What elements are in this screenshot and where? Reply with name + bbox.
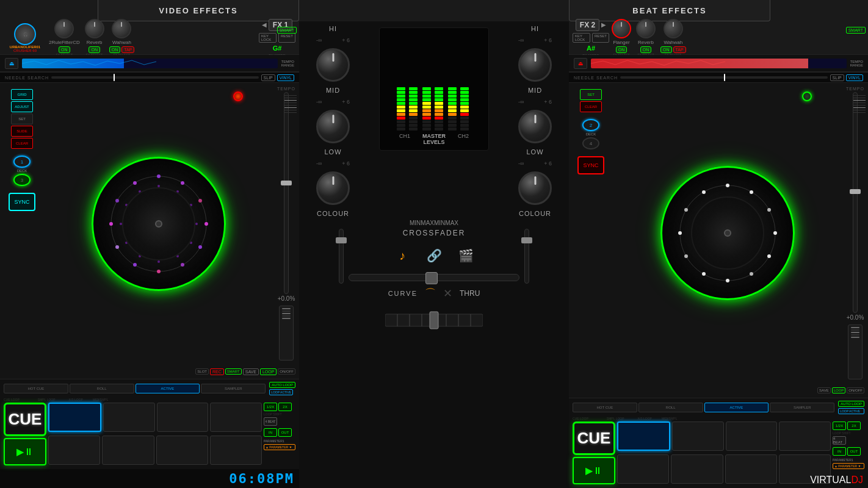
slip-btn-right[interactable]: SLIP [830,74,844,81]
in-btn-right[interactable]: IN [833,447,846,456]
low-knob-right[interactable] [518,171,552,205]
sync-btn-right[interactable]: SYNC [577,156,604,174]
fx-on-btn-0[interactable]: ON [59,46,70,53]
pad-r1-2[interactable] [672,422,724,451]
fx-on-btn-r1[interactable]: ON [640,46,652,53]
deck-btn-r2[interactable]: 2 [582,119,599,131]
out-btn-right[interactable]: OUT [847,447,861,456]
slide-btn-left[interactable]: SLIDE [11,126,33,137]
deck-btn-3[interactable]: 3 [13,174,31,186]
hot-cue-btn[interactable]: HOT CUE [4,384,68,393]
key-lock-right[interactable]: KEY LOCK [573,33,590,43]
pad-r1-3[interactable] [726,422,778,451]
fx-on-btn-r2[interactable]: ON [660,46,672,53]
fx-on-btn-2[interactable]: ON [109,46,121,53]
fx-on-btn-1[interactable]: ON [89,46,100,53]
sampler-btn-r[interactable]: SAMPLER [770,403,834,412]
low-knob-left[interactable] [316,171,350,205]
smart-btn-left[interactable]: SMART [225,368,242,375]
pad-r2-2[interactable] [671,454,723,484]
roll-btn-r[interactable]: ROLL [638,403,703,412]
vinyl-btn-right[interactable]: VINYL [846,74,863,81]
cue-button-left[interactable]: CUE [4,403,46,436]
play-button-left[interactable]: ▶⏸ [4,438,46,465]
knob-wahwah[interactable] [112,19,131,38]
pad-1-1[interactable] [48,403,101,432]
in-btn-left[interactable]: IN [264,428,277,437]
slip-btn-left[interactable]: SLIP [261,74,275,81]
grid-btn-left[interactable]: GRID [11,89,33,100]
auto-loop-btn[interactable]: AUTO LOOP [269,382,295,388]
pad-1-4[interactable] [210,403,262,432]
pad-1-2[interactable] [103,403,155,432]
pad-r1-4[interactable] [779,422,831,451]
turntable-left[interactable] [92,157,226,291]
fader-track-ch1[interactable] [339,229,344,284]
sync-btn-left[interactable]: SYNC [9,193,35,211]
out-btn-left[interactable]: OUT [278,428,292,437]
clear-btn-left[interactable]: CLEAR [11,138,33,149]
hi-knob-left[interactable] [316,48,350,82]
hi-knob-right[interactable] [518,48,552,82]
fader-track-ch2[interactable] [524,229,529,284]
curve-btn-x[interactable]: ✕ [443,287,452,300]
pad-1-3[interactable] [157,403,209,432]
curve-btn-arc[interactable]: ⌒ [425,286,436,301]
auto-loop-btn-r[interactable]: AUTO LOOP [838,401,864,407]
save-btn-left[interactable]: SAVE [243,368,259,375]
needle-bar-left[interactable] [51,76,258,79]
play-button-right[interactable]: ▶⏸ [573,457,615,484]
clear-btn-right[interactable]: CLEAR [580,101,602,112]
onoff-btn-left[interactable]: ON/OFF [278,368,295,375]
rec-btn-left[interactable]: REC [210,368,224,375]
loop-active-btn[interactable]: LOOP ACTIVE [269,389,293,395]
track-btn-left[interactable]: ⏏ [5,58,18,69]
waveform-left[interactable] [22,59,278,68]
parameter-btn-left[interactable]: ▲ PARAMETER ▼ [264,444,295,450]
knob-reverb-r[interactable] [636,19,656,38]
waveform-right[interactable] [591,59,847,68]
tap-btn-right[interactable]: TAP [673,46,686,53]
tempo-slider-right[interactable] [853,92,858,313]
cue-button-right[interactable]: CUE [573,422,615,455]
double-btn-left[interactable]: 2X [278,403,292,411]
fx-badge-right[interactable]: FX 2 [576,19,599,31]
needle-bar-right[interactable] [620,76,827,79]
onoff-btn-right[interactable]: ON/OFF [847,387,864,393]
knob-wahwah-r[interactable] [664,19,683,38]
knob-reverb[interactable] [85,19,104,38]
pad-2-4[interactable] [210,436,262,465]
pad-2-2[interactable] [102,436,154,465]
roll-btn[interactable]: ROLL [70,384,134,393]
set-btn-right[interactable]: SET [580,89,602,100]
parameter-btn-right[interactable]: ▲ PARAMETER ▼ [833,463,864,469]
mid-knob-right[interactable] [518,110,552,143]
tap-btn-left[interactable]: TAP [121,46,134,53]
active-btn-r[interactable]: ACTIVE [704,403,769,412]
pad-r2-3[interactable] [725,454,777,484]
knob-flanger[interactable] [612,19,631,38]
pad-r1-1[interactable] [617,422,670,451]
sampler-btn[interactable]: SAMPLER [201,384,266,393]
half-btn-right[interactable]: 1/2X [833,422,846,430]
music-note-icon[interactable]: ♪ [391,245,413,267]
double-btn-right[interactable]: 2X [847,422,861,430]
fx-on-btn-r0[interactable]: ON [616,46,627,53]
tempo-slider-left[interactable] [284,92,289,294]
loop-btn-right[interactable]: LOOP [832,387,846,393]
deck-btn-1[interactable]: 1 [13,156,31,168]
pad-r2-1[interactable] [617,454,669,484]
loop-active-btn-r[interactable]: LOOP ACTIVE [838,408,864,414]
set-btn-left[interactable]: SET [11,113,33,124]
link-icon[interactable]: 🔗 [423,245,445,267]
pad-2-3[interactable] [156,436,208,465]
half-btn-left[interactable]: 1/2X [264,403,277,411]
slider-strip-right[interactable] [848,325,863,379]
turntable-right[interactable] [660,166,795,300]
film-icon[interactable]: 🎬 [455,245,477,267]
adjust-btn-left[interactable]: ADJUST [11,101,33,112]
active-btn[interactable]: ACTIVE [136,384,200,393]
crossfader-track[interactable] [349,274,519,281]
key-lock-left[interactable]: KEY LOCK [259,33,277,43]
hot-cue-btn-r[interactable]: HOT CUE [573,403,637,412]
